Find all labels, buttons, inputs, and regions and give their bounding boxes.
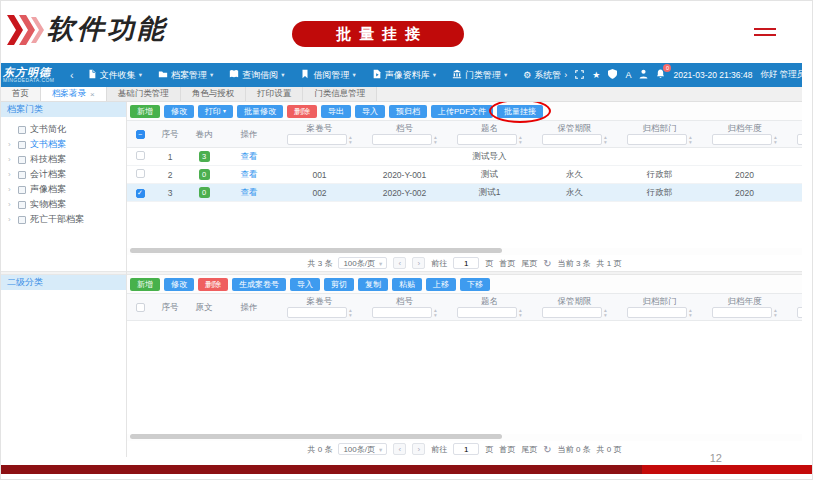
page-size-select[interactable]: 100条/页▾	[338, 257, 387, 269]
filter-input[interactable]	[712, 307, 772, 318]
horizontal-scrollbar[interactable]	[130, 434, 502, 439]
expand-arrow-icon[interactable]: ›	[8, 170, 14, 179]
collapse-chevron-icon[interactable]: ‹	[70, 69, 74, 81]
tree-item-accounting-archive[interactable]: › 会计档案	[1, 167, 126, 182]
view-link[interactable]: 查看	[241, 151, 258, 161]
tab-roles-auth[interactable]: 角色与授权	[181, 87, 247, 101]
tree-item-doc-simplified[interactable]: › 文书简化	[1, 122, 126, 137]
tab-home[interactable]: 首页	[1, 87, 41, 101]
table-row[interactable]: 2 0 查看 001 2020-Y-001 测试 永久 行政部 2020	[127, 166, 802, 184]
last-page-link[interactable]: 尾页	[521, 258, 537, 269]
filter-input[interactable]	[542, 134, 602, 145]
select-all-checkbox[interactable]: −	[136, 130, 145, 139]
edit-button[interactable]: 修改	[164, 278, 194, 291]
expand-arrow-icon[interactable]: ›	[8, 200, 14, 209]
next-page-button[interactable]: ›	[412, 443, 425, 455]
menu-system-manage[interactable]: ⚙ 系统管 ›	[523, 69, 567, 82]
filter-input[interactable]	[457, 134, 517, 145]
sort-icon[interactable]: ▴▾	[519, 135, 522, 144]
filter-input[interactable]	[372, 134, 432, 145]
table-row[interactable]: 1 3 查看 测试导入	[127, 148, 802, 166]
refresh-icon[interactable]: ↻	[543, 444, 551, 455]
tree-item-media-archive[interactable]: › 声像档案	[1, 182, 126, 197]
tab-print-settings[interactable]: 打印设置	[246, 87, 303, 101]
menu-archive-manage[interactable]: 档案管理 ▾	[158, 69, 213, 82]
sort-icon[interactable]: ▴▾	[434, 308, 437, 317]
font-size-icon[interactable]: A	[625, 71, 631, 80]
pre-archive-button[interactable]: 预归档	[389, 105, 427, 118]
delete-button[interactable]: 删除	[287, 105, 317, 118]
prev-page-button[interactable]: ‹	[393, 257, 406, 269]
close-icon[interactable]: ×	[90, 90, 95, 99]
goto-page-input[interactable]	[453, 443, 479, 455]
menu-query-borrow[interactable]: 查询借阅 ▾	[229, 69, 284, 82]
row-checkbox[interactable]	[136, 169, 145, 178]
row-checkbox[interactable]: ✓	[136, 189, 145, 198]
next-page-button[interactable]: ›	[412, 257, 425, 269]
filter-input[interactable]	[627, 307, 687, 318]
add-button[interactable]: 新增	[130, 278, 160, 291]
horizontal-scrollbar[interactable]	[130, 248, 502, 253]
filter-input[interactable]	[287, 307, 347, 318]
sort-icon[interactable]: ▴▾	[689, 308, 692, 317]
cut-button[interactable]: 剪切	[324, 278, 354, 291]
batch-edit-button[interactable]: 批量修改	[237, 105, 283, 118]
fullscreen-icon[interactable]	[575, 70, 584, 81]
first-page-link[interactable]: 首页	[499, 444, 515, 455]
paste-button[interactable]: 粘贴	[392, 278, 422, 291]
sort-icon[interactable]: ▴▾	[604, 135, 607, 144]
bell-icon[interactable]: 0	[656, 69, 665, 81]
filter-input[interactable]	[287, 134, 347, 145]
sort-icon[interactable]: ▴▾	[434, 135, 437, 144]
expand-arrow-icon[interactable]: ›	[8, 215, 14, 224]
export-button[interactable]: 导出	[321, 105, 351, 118]
import-button[interactable]: 导入	[355, 105, 385, 118]
tree-item-doc-archive[interactable]: › 文书档案	[1, 137, 126, 152]
add-button[interactable]: 新增	[130, 105, 160, 118]
filter-input[interactable]	[542, 307, 602, 318]
refresh-icon[interactable]: ↻	[543, 258, 551, 269]
import-button[interactable]: 导入	[290, 278, 320, 291]
last-page-link[interactable]: 尾页	[521, 444, 537, 455]
first-page-link[interactable]: 首页	[499, 258, 515, 269]
menu-category-manage[interactable]: 门类管理 ▾	[452, 69, 507, 82]
star-icon[interactable]: ★	[592, 71, 600, 80]
filter-input[interactable]	[457, 307, 517, 318]
menu-file-collect[interactable]: 文件收集 ▾	[87, 69, 142, 82]
delete-button[interactable]: 删除	[198, 278, 228, 291]
expand-arrow-icon[interactable]: ›	[8, 140, 14, 149]
shield-icon[interactable]	[608, 69, 617, 81]
menu-media-library[interactable]: 声像资料库 ▾	[372, 69, 436, 82]
filter-input[interactable]	[712, 134, 772, 145]
view-link[interactable]: 查看	[241, 169, 258, 179]
filter-input[interactable]	[372, 307, 432, 318]
upload-pdf-button[interactable]: 上传PDF文件	[431, 105, 493, 118]
print-button[interactable]: 打印▾	[198, 105, 233, 118]
page-size-select[interactable]: 100条/页▾	[338, 443, 387, 455]
tab-category-info[interactable]: 门类信息管理	[303, 87, 377, 101]
goto-page-input[interactable]	[453, 257, 479, 269]
filter-input[interactable]	[797, 307, 802, 318]
filter-input[interactable]	[797, 134, 802, 145]
filter-input[interactable]	[627, 134, 687, 145]
move-down-button[interactable]: 下移	[460, 278, 490, 291]
menu-borrow-manage[interactable]: 借阅管理 ▾	[300, 69, 355, 82]
sort-icon[interactable]: ▴▾	[774, 135, 777, 144]
user-icon[interactable]	[639, 69, 648, 81]
sort-icon[interactable]: ▴▾	[349, 135, 352, 144]
generate-case-no-button[interactable]: 生成案卷号	[232, 278, 286, 291]
select-all-checkbox[interactable]	[136, 303, 145, 312]
sort-icon[interactable]: ▴▾	[604, 308, 607, 317]
table-row-selected[interactable]: ✓ 3 0 查看 002 2020-Y-002 测试1 永久 行政部 2020	[127, 184, 802, 202]
tab-archive-entry[interactable]: 档案著录 ×	[41, 87, 107, 101]
sort-icon[interactable]: ▴▾	[774, 308, 777, 317]
view-link[interactable]: 查看	[241, 187, 258, 197]
tree-item-physical-archive[interactable]: › 实物档案	[1, 197, 126, 212]
move-up-button[interactable]: 上移	[426, 278, 456, 291]
tab-basic-category[interactable]: 基础门类管理	[107, 87, 181, 101]
expand-arrow-icon[interactable]: ›	[8, 185, 14, 194]
row-checkbox[interactable]	[136, 151, 145, 160]
tree-item-deceased-cadre-archive[interactable]: › 死亡干部档案	[1, 212, 126, 227]
copy-button[interactable]: 复制	[358, 278, 388, 291]
sort-icon[interactable]: ▴▾	[349, 308, 352, 317]
